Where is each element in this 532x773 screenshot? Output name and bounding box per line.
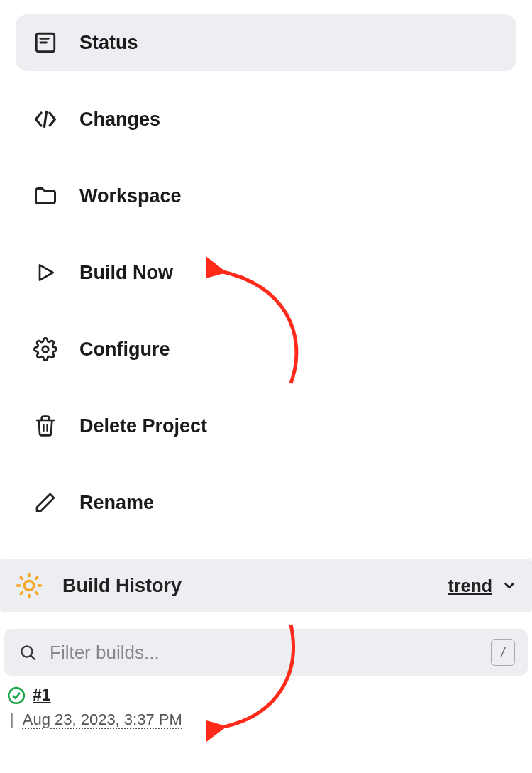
nav-item-delete-project[interactable]: Delete Project: [16, 398, 516, 454]
play-icon: [31, 258, 60, 287]
build-row[interactable]: #1 | Aug 23, 2023, 3:37 PM: [0, 676, 532, 729]
nav-item-label: Delete Project: [79, 415, 207, 437]
svg-point-19: [9, 688, 24, 703]
trash-icon: [31, 412, 60, 440]
success-icon: [7, 686, 26, 705]
gear-icon: [31, 335, 60, 363]
svg-line-11: [21, 577, 22, 579]
build-date-link[interactable]: Aug 23, 2023, 3:37 PM: [23, 711, 182, 729]
filter-bar: /: [4, 629, 528, 676]
svg-point-5: [43, 346, 49, 353]
divider: |: [10, 711, 14, 729]
nav-item-configure[interactable]: Configure: [16, 321, 516, 378]
nav-item-label: Rename: [79, 492, 154, 514]
folder-icon: [31, 182, 60, 210]
svg-line-3: [45, 112, 47, 127]
svg-point-8: [24, 581, 33, 590]
build-history-title: Build History: [62, 575, 448, 597]
sun-icon: [14, 571, 44, 601]
svg-line-15: [21, 592, 22, 593]
status-icon: [31, 28, 60, 57]
search-icon: [17, 642, 38, 663]
pencil-icon: [31, 488, 60, 517]
nav-item-label: Changes: [79, 109, 160, 131]
chevron-down-icon[interactable]: [501, 577, 518, 594]
nav-item-label: Configure: [79, 339, 170, 361]
nav-item-label: Workspace: [79, 185, 182, 207]
shortcut-hint: /: [491, 639, 515, 666]
nav-item-rename[interactable]: Rename: [16, 474, 516, 531]
filter-input[interactable]: [50, 642, 491, 664]
build-number-link[interactable]: #1: [33, 686, 51, 705]
nav-item-status[interactable]: Status: [16, 14, 516, 71]
svg-marker-4: [40, 265, 53, 280]
svg-line-18: [31, 656, 35, 659]
nav-item-label: Build Now: [79, 262, 173, 284]
nav-item-label: Status: [79, 32, 138, 54]
nav-item-build-now[interactable]: Build Now: [16, 244, 516, 301]
nav-item-workspace[interactable]: Workspace: [16, 168, 516, 224]
trend-link[interactable]: trend: [448, 576, 493, 596]
code-icon: [31, 105, 60, 133]
svg-line-12: [35, 592, 37, 593]
build-history-header: Build History trend: [0, 559, 532, 612]
svg-line-16: [35, 577, 37, 579]
nav-item-changes[interactable]: Changes: [16, 91, 516, 148]
